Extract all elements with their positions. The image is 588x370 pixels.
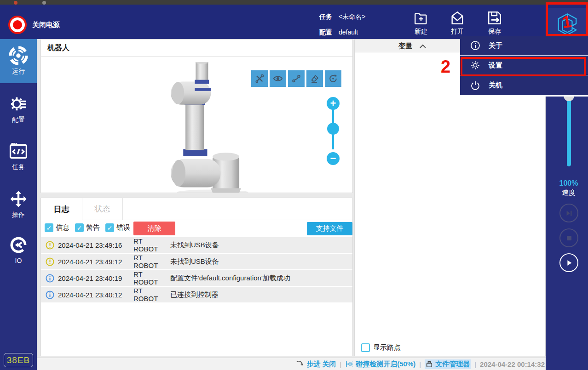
log-row[interactable]: 2024-04-21 23:40:19 RT ROBOT 配置文件'defaul… [41,270,352,286]
task-code-window-icon [8,141,29,161]
gear-icon [470,60,484,70]
file-manager-button[interactable]: 文件管理器 [425,359,471,369]
checkbox-checked-icon: ✓ [45,223,53,232]
log-time: 2024-04-21 23:49:12 [58,258,131,266]
log-time: 2024-04-21 23:40:12 [58,291,131,299]
step-mode-toggle[interactable]: 步进 关闭 [296,360,336,369]
sidebar-item-label: 操作 [0,211,37,219]
filter-info-label: 信息 [56,223,69,232]
collision-detection-toggle[interactable]: 碰撞检测开启(50%) [345,360,415,369]
log-time: 2024-04-21 23:40:19 [58,274,131,282]
log-message: 已连接到控制器 [170,290,219,299]
reset-view-button[interactable] [325,70,341,87]
os-titlebar [0,0,588,5]
task-value: <未命名> [339,13,365,20]
menu-item-shutdown[interactable]: 关机 [460,75,588,95]
open-file-icon [450,10,465,26]
tools-icon [254,74,265,84]
app-menu-logo-button[interactable] [548,8,587,40]
stop-button[interactable] [559,228,578,247]
menu-item-label: 关机 [489,81,502,90]
step-mode-label: 步进 关闭 [306,360,336,369]
zoom-out-button[interactable]: − [327,152,340,165]
stop-icon [565,234,573,242]
header-bar: 关闭电源 任务<未命名> 配置default 新建 打开 保存 [0,5,588,39]
checkbox-checked-icon: ✓ [105,223,114,232]
separator: | [340,360,341,368]
file-manager-label: 文件管理器 [435,360,470,369]
menu-item-settings[interactable]: 设置 [460,56,588,75]
chevron-up-icon [419,44,427,49]
sidebar-item-config[interactable]: 配置 [0,87,37,131]
show-waypoints-label: 显示路点 [373,343,401,352]
checkbox-unchecked-icon [361,343,370,352]
separator: | [419,360,421,368]
sidebar-item-io[interactable]: IO [0,228,37,273]
filter-error-checkbox[interactable]: ✓ 错误 [105,223,130,232]
log-message: 未找到USB设备 [170,241,219,250]
erase-button[interactable] [306,70,323,87]
path-nodes-icon [291,74,301,84]
status-bar: 步进 关闭 | 碰撞检测开启(50%) | 文件管理器 | 2024-04-22… [37,358,546,370]
log-row[interactable]: 2024-04-21 23:40:12 RT ROBOT 已连接到控制器 [41,287,352,302]
config-gear-icon [8,94,29,114]
step-arrow-icon [296,360,304,368]
tools-button[interactable] [251,70,268,87]
speed-value: 100% [546,179,588,188]
log-source: RT ROBOT [133,254,166,269]
power-off-button[interactable] [8,16,27,34]
checkbox-checked-icon: ✓ [75,223,84,232]
info-icon [46,274,54,283]
move-arrows-icon [8,189,29,209]
variables-title: 变量 [398,42,412,51]
play-button[interactable] [559,253,578,272]
rotate-reset-icon [328,74,338,84]
new-task-label: 新建 [406,28,436,36]
skip-next-icon [565,209,573,217]
warning-icon [46,257,54,266]
log-message: 配置文件'default.configuration'加载成功 [170,274,290,283]
view-button[interactable] [270,70,286,87]
filter-error-label: 错误 [116,223,130,232]
filter-info-checkbox[interactable]: ✓ 信息 [45,223,69,232]
power-icon [470,80,484,91]
app-logo-cube-icon [554,11,580,37]
task-label: 任务 [319,13,332,20]
filter-warning-checkbox[interactable]: ✓ 警告 [75,223,100,232]
filter-warning-label: 警告 [86,223,100,232]
robot-panel-title: 机器人 [47,43,69,53]
warning-icon [46,241,54,250]
log-row[interactable]: 2024-04-21 23:49:16 RT ROBOT 未找到USB设备 [41,237,352,253]
tab-status[interactable]: 状态 [82,198,123,220]
sidebar-item-label: IO [0,257,37,264]
tab-log[interactable]: 日志 [41,198,82,220]
robot-3d-viewport[interactable]: + − [41,57,352,193]
status-code-badge: 38EB [4,353,33,367]
power-off-icon [13,20,22,29]
show-waypoints-checkbox[interactable]: 显示路点 [361,343,401,352]
support-files-button[interactable]: 支持文件 [307,222,352,235]
step-next-button[interactable] [559,204,578,222]
run-icon [8,46,29,66]
menu-item-label: 关于 [489,41,502,50]
menu-item-about[interactable]: 关于 [460,36,588,56]
log-filter-row: ✓ 信息 ✓ 警告 ✓ 错误 清除 支持文件 [41,220,352,236]
log-panel: 日志 状态 ✓ 信息 ✓ 警告 ✓ 错误 清除 支持文件 2024-04-21 … [40,198,353,356]
save-task-button[interactable]: 保存 [480,10,509,36]
status-timestamp: 2024-04-22 00:14:32 [480,360,545,368]
speed-slider-track[interactable] [567,97,571,166]
save-icon [487,10,502,26]
sidebar-item-task[interactable]: 任务 [0,135,37,179]
zoom-slider-handle[interactable] [327,123,339,135]
path-button[interactable] [288,70,305,87]
new-task-button[interactable]: 新建 [406,10,436,36]
sidebar-item-label: 运行 [0,68,37,76]
power-off-label: 关闭电源 [32,21,60,29]
sidebar-item-run[interactable]: 运行 [0,39,37,83]
open-task-button[interactable]: 打开 [443,10,472,36]
log-row[interactable]: 2024-04-21 23:49:12 RT ROBOT 未找到USB设备 [41,254,352,269]
sidebar-item-operate[interactable]: 操作 [0,182,37,227]
clear-log-button[interactable]: 清除 [133,222,175,235]
separator: | [474,360,476,368]
collision-detection-label: 碰撞检测开启(50%) [356,360,415,369]
